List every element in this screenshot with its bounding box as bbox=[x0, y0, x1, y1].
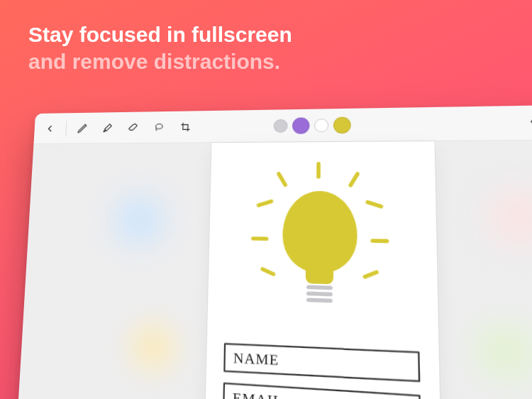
email-field-sketch: EMAIL bbox=[223, 383, 421, 399]
canvas-right-dimmed bbox=[435, 140, 532, 399]
color-grey[interactable] bbox=[274, 119, 288, 132]
color-white[interactable] bbox=[314, 119, 328, 132]
eraser-tool[interactable] bbox=[122, 116, 144, 138]
crop-tool[interactable] bbox=[174, 116, 196, 138]
canvas-left-dimmed bbox=[12, 143, 211, 399]
titlebar bbox=[33, 104, 532, 144]
color-picker bbox=[274, 116, 351, 134]
promo-line-1: Stay focused in fullscreen bbox=[28, 21, 504, 48]
svg-point-0 bbox=[156, 124, 163, 129]
back-button[interactable] bbox=[40, 118, 61, 139]
color-yellow[interactable] bbox=[333, 116, 351, 133]
form-sketch: NAME EMAIL PASSWORD bbox=[221, 343, 421, 399]
toolbar-separator bbox=[65, 121, 67, 136]
promo-line-2: and remove distractions. bbox=[28, 48, 504, 75]
brush-tool[interactable] bbox=[96, 117, 118, 138]
app-window: NAME EMAIL PASSWORD bbox=[12, 104, 532, 399]
promo-headline: Stay focused in fullscreen and remove di… bbox=[28, 21, 504, 75]
name-field-sketch: NAME bbox=[223, 343, 420, 382]
pencil-tool[interactable] bbox=[72, 117, 94, 138]
name-field-label: NAME bbox=[233, 349, 279, 368]
focused-artboard[interactable]: NAME EMAIL PASSWORD bbox=[202, 141, 444, 399]
email-field-label: EMAIL bbox=[233, 389, 283, 399]
canvas[interactable]: NAME EMAIL PASSWORD bbox=[12, 140, 532, 399]
lightbulb-icon bbox=[247, 157, 395, 317]
undo-button[interactable] bbox=[523, 111, 532, 135]
color-purple[interactable] bbox=[292, 117, 309, 133]
lasso-tool[interactable] bbox=[148, 116, 170, 138]
